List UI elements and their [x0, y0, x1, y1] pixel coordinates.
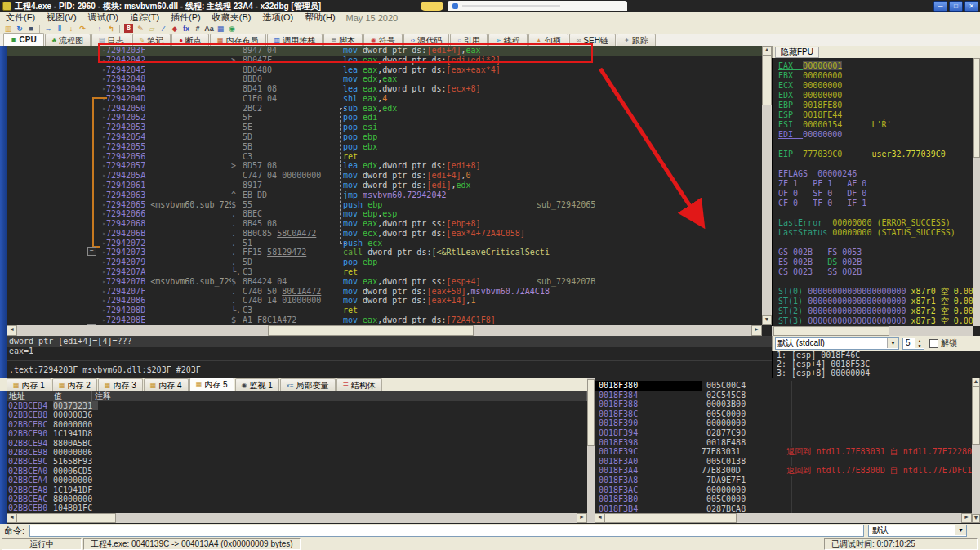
globe-icon[interactable]: ◉ — [226, 24, 238, 34]
disasm-row[interactable]: ▸7294207F.C740 50 80C1A472mov dword ptr … — [7, 287, 762, 297]
register-line[interactable]: CF 0 TF 0 IF 1 — [778, 199, 973, 208]
stop-icon[interactable]: ■ — [25, 24, 37, 34]
disasm-row[interactable]: ▸7294208D└.C3ret — [7, 306, 762, 315]
menu-item[interactable]: 帮助(H) — [299, 12, 341, 23]
disasm-row[interactable]: ▸72942066.8BECmov ebp,esp — [7, 209, 762, 219]
run-to-user-icon[interactable]: ↑ — [94, 24, 105, 34]
disasm-row[interactable]: ▸72942063^EB DDjmp msvbvm60.72942042 — [7, 190, 762, 200]
disasm-row[interactable]: ▸729420525Fpop edi — [7, 113, 762, 123]
register-line[interactable] — [778, 277, 973, 287]
tab-流程图[interactable]: ♣流程图 — [45, 34, 91, 46]
column-header-value[interactable]: 值 — [51, 391, 92, 401]
register-line[interactable]: ST(1) 00000000000000000000 x87r1 空 0.000… — [778, 297, 973, 306]
column-header-comment[interactable]: 注释 — [92, 391, 587, 401]
dump-tab-结构体[interactable]: ☰结构体 — [336, 378, 382, 391]
stack-row[interactable]: 0018F39C77E83031返回到 ntdll.77E83031 自 ntd… — [595, 447, 972, 457]
dump-tab-内存 5[interactable]: ▦内存 5 — [189, 378, 234, 391]
register-line[interactable] — [778, 159, 973, 169]
dump-row[interactable]: 02BBCE9C51658F93 — [7, 457, 587, 466]
register-line[interactable]: ST(3) 00000000000000000000 x87r3 空 0.000… — [778, 316, 973, 326]
register-line[interactable]: ES 002B DS 002B — [778, 257, 973, 267]
register-line[interactable]: CS 0023 SS 002B — [778, 267, 973, 277]
disasm-row[interactable]: ▸729420545Dpop ebp — [7, 132, 762, 142]
stack-row[interactable]: 0018F38C005C0000 — [595, 409, 972, 419]
collapse-function-icon[interactable]: − — [87, 247, 96, 256]
dump-row[interactable]: 02BBCEA81C1941DF — [7, 485, 587, 494]
menu-item[interactable]: 调试(D) — [82, 12, 124, 23]
chevron-down-icon[interactable]: ▼ — [887, 338, 898, 348]
disasm-row[interactable]: ▸729420458D0480lea eax,dword ptr ds:[eax… — [7, 65, 762, 75]
stack-row[interactable]: 0018F3B40287BCA8 — [595, 504, 972, 513]
register-line[interactable]: ESI 00000154 L'Ŕ' — [778, 120, 973, 130]
disasm-row[interactable]: ▸72942072.51push ecx — [7, 239, 762, 248]
menu-item[interactable]: 视图(V) — [41, 12, 82, 23]
chevron-down-icon[interactable]: ▼ — [955, 525, 966, 535]
dump-row[interactable]: 02BBCE8400373231 — [7, 401, 587, 410]
disasm-row[interactable]: ▸72942073.FF15 58129472call dword ptr ds… — [7, 248, 762, 257]
tab-跟踪[interactable]: ✦跟踪 — [617, 34, 656, 46]
dump-row[interactable]: 02BBCEAC88000000 — [7, 494, 587, 503]
hide-fpu-button[interactable]: 隐藏FPU — [775, 47, 819, 58]
menu-item[interactable]: 追踪(T) — [124, 12, 165, 23]
registers-panel[interactable]: EAX 00000001EBX 00000000ECX 00000000EDX … — [772, 58, 973, 326]
dump-row[interactable]: 02BBCE9800000006 — [7, 448, 587, 457]
disassembly-view[interactable]: ▸7294203F8947 04mov dword ptr ds:[edi+4]… — [7, 46, 762, 325]
run-icon[interactable]: → — [42, 24, 54, 34]
disasm-row[interactable]: ▸729420535Epop esi — [7, 123, 762, 132]
dump-row[interactable]: 02BBCE901C1941D8 — [7, 429, 587, 438]
dump-row[interactable]: 02BBCE8800000036 — [7, 410, 587, 419]
register-line[interactable]: EDI 00000000 — [778, 130, 973, 140]
maximize-button[interactable]: □ — [949, 1, 963, 12]
stack-row[interactable]: 0018F38800003B00 — [595, 400, 972, 409]
dump-tab-内存 2[interactable]: ▦内存 2 — [52, 378, 97, 391]
stack-row[interactable]: 0018F39402877C90 — [595, 428, 972, 438]
arg-count-stepper[interactable]: 5 ▲▼ — [902, 338, 924, 350]
disasm-row[interactable]: ▸72942079.5Dpop ebp — [7, 257, 762, 267]
argument-row[interactable]: 3: [esp+8] 00000004 — [777, 369, 980, 378]
stack-panel[interactable]: 0018F380005C00C40018F38402C545C80018F388… — [595, 378, 972, 513]
stack-row[interactable]: 0018F3A0005C0138 — [595, 457, 972, 467]
dump-row[interactable]: 02BBCEB0104B01FC — [7, 503, 587, 512]
registers-horizontal-scrollbar[interactable] — [772, 326, 973, 336]
step-over-icon[interactable]: ↷ — [77, 24, 88, 34]
log-icon[interactable]: 8 — [124, 24, 133, 33]
close-button[interactable]: ✕ — [964, 1, 978, 12]
pencil-icon[interactable]: ✎ — [135, 24, 146, 34]
menu-item[interactable]: 选项(O) — [256, 12, 299, 23]
register-line[interactable]: EDX 00000000 — [778, 91, 973, 101]
register-line[interactable]: ESP 0018FE44 — [778, 110, 973, 120]
disasm-vertical-scrollbar[interactable]: ▲ ▼ — [762, 46, 772, 325]
register-line[interactable]: LastError 00000000 (ERROR_SUCCESS) — [778, 218, 973, 228]
restart-icon[interactable]: ↻ — [14, 24, 25, 34]
stack-row[interactable]: 0018F3A477E8300D返回到 ntdll.77E8300D 自 ntd… — [595, 466, 972, 476]
step-out-icon[interactable]: ↰ — [105, 24, 117, 34]
unlock-checkbox[interactable] — [929, 339, 938, 348]
titlebar[interactable]: 工程4.exe - PID: 2960 - 模块: msvbvm60.dll -… — [0, 0, 980, 12]
argument-row[interactable]: 2: [esp+4] 0018F53C — [777, 360, 980, 369]
disasm-row[interactable]: ▸7294205AC747 04 00000000mov dword ptr d… — [7, 171, 762, 181]
disasm-row[interactable]: ▸7294204DC1E0 04shl eax,4 — [7, 94, 762, 104]
eraser-icon[interactable]: ◆ — [169, 24, 180, 34]
dump-row[interactable]: 02BBCE8C80000000 — [7, 420, 587, 429]
dump-row[interactable]: 02BBCEA400000000 — [7, 476, 587, 485]
disasm-row[interactable]: ▸72942068.8B45 08mov eax,dword ptr ss:[e… — [7, 219, 762, 229]
stack-row[interactable]: 0018F3A87DA9E7F1 — [595, 476, 972, 485]
register-line[interactable]: EAX 00000001 — [778, 61, 973, 71]
register-line[interactable] — [778, 140, 973, 150]
disasm-row[interactable]: ▸72942057>8D57 08lea edx,dword ptr ds:[e… — [7, 161, 762, 171]
register-line[interactable]: EBX 00000000 — [778, 71, 973, 81]
minimize-button[interactable]: ─ — [933, 1, 947, 12]
dump-tab-内存 4[interactable]: ▦内存 4 — [144, 378, 189, 391]
register-line[interactable]: EIP 777039C0 user32.777039C0 — [778, 150, 973, 159]
dump-tab-内存 1[interactable]: ▦内存 1 — [7, 378, 51, 391]
disasm-row[interactable]: ▸729420618917mov dword ptr ds:[edi],edx — [7, 181, 762, 190]
stack-row[interactable]: 0018F39000000000 — [595, 418, 972, 428]
disasm-row[interactable]: ▸729420488BD0mov edx,eax — [7, 74, 762, 84]
disasm-row[interactable]: ▸7294204A8D41 08lea eax,dword ptr ds:[ec… — [7, 84, 762, 94]
dump-horizontal-scrollbar[interactable]: ◄ ► — [7, 513, 587, 523]
disasm-horizontal-scrollbar[interactable]: ◄ ► — [7, 325, 762, 336]
register-line[interactable]: ECX 00000000 — [778, 81, 973, 91]
disasm-row[interactable]: ▸7294207A└.C3ret — [7, 267, 762, 277]
stack-row[interactable]: 0018F3AC00000000 — [595, 485, 972, 495]
register-line[interactable]: EFLAGS 00000246 — [778, 169, 973, 179]
